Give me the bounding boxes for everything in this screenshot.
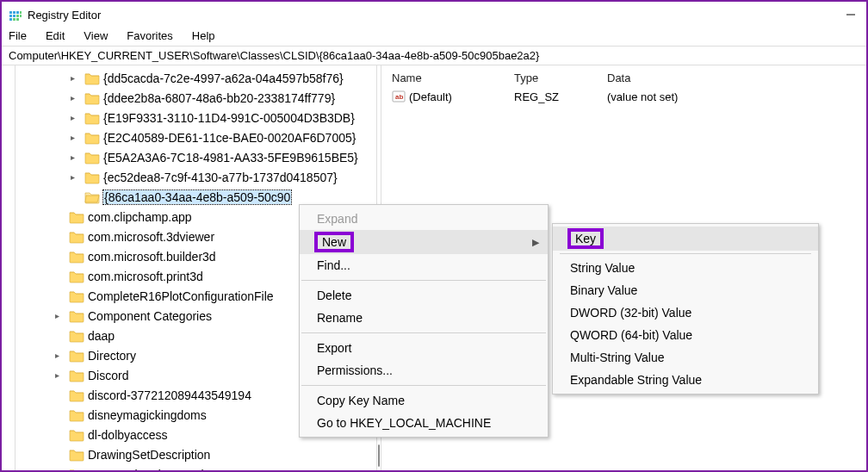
header-data[interactable]: Data (602, 69, 861, 87)
tree-item-label: {E19F9331-3110-11D4-991C-005004D3B3DB} (103, 111, 355, 125)
menu-export[interactable]: Export (300, 337, 548, 359)
svg-rect-3 (13, 11, 16, 14)
new-submenu[interactable]: Key String Value Binary Value DWORD (32-… (552, 223, 819, 394)
folder-icon (69, 428, 84, 442)
tree-item-label: disneymagickingdoms (88, 408, 207, 422)
folder-icon (69, 369, 84, 382)
chevron-right-icon[interactable]: ▸ (71, 93, 81, 102)
menu-help[interactable]: Help (192, 29, 215, 42)
tree-item-label: {E2C40589-DE61-11ce-BAE0-0020AF6D7005} (103, 131, 356, 145)
menu-delete[interactable]: Delete (300, 284, 548, 307)
tree-item-label: {86ca1aa0-34aa-4e8b-a509-50c90 (103, 190, 291, 204)
folder-icon (84, 171, 100, 184)
tree-item-label: Discord (88, 369, 128, 382)
menubar: File Edit View Favorites Help (2, 28, 866, 46)
folder-icon (69, 408, 84, 422)
tree-item-label: {ec52dea8-7c9f-4130-a77b-1737d0418507} (103, 171, 338, 184)
regsz-icon: ab (392, 90, 406, 103)
chevron-right-icon[interactable]: ▸ (55, 370, 65, 380)
tree-item[interactable]: ▸{ec52dea8-7c9f-4130-a77b-1737d0418507} (16, 167, 376, 187)
chevron-right-icon[interactable]: ▸ (71, 113, 81, 122)
menu-edit[interactable]: Edit (46, 29, 65, 42)
menu-permissions[interactable]: Permissions... (300, 359, 548, 382)
titlebar: Registry Editor (2, 2, 866, 28)
chevron-right-icon[interactable]: ▸ (71, 73, 81, 83)
tree-item-label: DrawingSetDescription (88, 448, 210, 462)
svg-rect-8 (16, 18, 19, 21)
folder-icon (69, 210, 84, 224)
menu-favorites[interactable]: Favorites (127, 29, 172, 42)
value-type: REG_SZ (509, 88, 602, 106)
svg-rect-1 (9, 15, 12, 17)
tree-item[interactable]: ▸{dd5cacda-7c2e-4997-a62a-04a4597b58f76} (16, 68, 376, 88)
tree-item[interactable]: DrawingSetDescription (16, 444, 376, 464)
tree-item-label: discord-377212089443549194 (88, 388, 251, 402)
tree-item-label: EncapsulatedPostscript (88, 468, 214, 471)
address-text: Computer\HKEY_CURRENT_USER\Software\Clas… (9, 49, 539, 62)
minimize-button[interactable] (844, 8, 858, 22)
regedit-icon (9, 8, 22, 22)
svg-rect-2 (9, 18, 12, 21)
tree-item[interactable]: ▸{E5A2A3A6-7C18-4981-AA33-5FE9B9615BE5} (16, 147, 376, 167)
tree-item-label: {E5A2A3A6-7C18-4981-AA33-5FE9B9615BE5} (103, 151, 358, 165)
tree-item-label: com.microsoft.builder3d (88, 250, 216, 264)
menu-copy-key-name[interactable]: Copy Key Name (300, 389, 548, 412)
svg-rect-7 (16, 15, 19, 17)
tree-item-label: dl-dolbyaccess (88, 428, 168, 442)
folder-icon (69, 388, 84, 402)
folder-icon (84, 131, 100, 145)
folder-icon (84, 111, 100, 125)
menu-new[interactable]: New ▶ (300, 230, 548, 254)
submenu-key[interactable]: Key (553, 227, 818, 251)
chevron-right-icon[interactable]: ▸ (71, 133, 81, 142)
tree-item-label: {dd5cacda-7c2e-4997-a62a-04a4597b58f76} (103, 71, 344, 85)
submenu-string-value[interactable]: String Value (553, 257, 818, 279)
menu-view[interactable]: View (84, 29, 108, 42)
tree-item-label: {ddee2b8a-6807-48a6-bb20-2338174ff779} (103, 91, 335, 105)
list-row[interactable]: ab (Default) REG_SZ (value not set) (387, 87, 861, 106)
tree-item-label: daap (88, 329, 115, 343)
chevron-right-icon[interactable]: ▸ (71, 152, 81, 162)
menu-goto[interactable]: Go to HKEY_LOCAL_MACHINE (300, 412, 548, 434)
tree-item-label: com.microsoft.print3d (88, 270, 203, 283)
chevron-right-icon[interactable]: ▸ (55, 351, 65, 360)
window-title: Registry Editor (28, 9, 101, 22)
header-name[interactable]: Name (387, 69, 509, 87)
tree-gutter (2, 65, 16, 470)
value-name: (Default) (409, 90, 452, 103)
value-data: (value not set) (602, 88, 861, 106)
folder-icon (69, 448, 84, 462)
tree-item[interactable]: ▸{E2C40589-DE61-11ce-BAE0-0020AF6D7005} (16, 127, 376, 147)
menu-expand: Expand (300, 208, 548, 230)
tree-item-label: com.microsoft.3dviewer (88, 230, 214, 244)
menu-find[interactable]: Find... (300, 254, 548, 276)
folder-icon (69, 329, 84, 343)
separator (301, 332, 546, 333)
folder-icon (69, 309, 84, 323)
tree-item[interactable]: ▸{ddee2b8a-6807-48a6-bb20-2338174ff779} (16, 88, 376, 108)
context-menu[interactable]: Expand New ▶ Find... Delete Rename Expor… (299, 204, 549, 438)
address-bar[interactable]: Computer\HKEY_CURRENT_USER\Software\Clas… (2, 46, 866, 65)
folder-icon (84, 190, 100, 204)
menu-file[interactable]: File (9, 29, 27, 42)
folder-icon (69, 289, 84, 303)
svg-rect-6 (16, 11, 19, 14)
separator (301, 385, 546, 386)
chevron-right-icon[interactable]: ▸ (55, 311, 65, 320)
svg-text:ab: ab (395, 93, 403, 101)
submenu-expandable[interactable]: Expandable String Value (553, 369, 818, 391)
tree-item-label: Component Categories (88, 309, 212, 323)
folder-icon (69, 230, 84, 244)
submenu-dword[interactable]: DWORD (32-bit) Value (553, 301, 818, 324)
menu-rename[interactable]: Rename (300, 307, 548, 329)
tree-item[interactable]: ▸{E19F9331-3110-11D4-991C-005004D3B3DB} (16, 108, 376, 127)
svg-rect-10 (20, 15, 22, 17)
tree-item[interactable]: EncapsulatedPostscript (16, 464, 376, 470)
chevron-right-icon[interactable]: ▸ (71, 172, 81, 182)
submenu-binary-value[interactable]: Binary Value (553, 279, 818, 301)
header-type[interactable]: Type (509, 69, 602, 87)
submenu-qword[interactable]: QWORD (64-bit) Value (553, 324, 818, 346)
submenu-multi-string[interactable]: Multi-String Value (553, 346, 818, 369)
chevron-right-icon: ▶ (532, 237, 539, 248)
folder-icon (69, 250, 84, 264)
